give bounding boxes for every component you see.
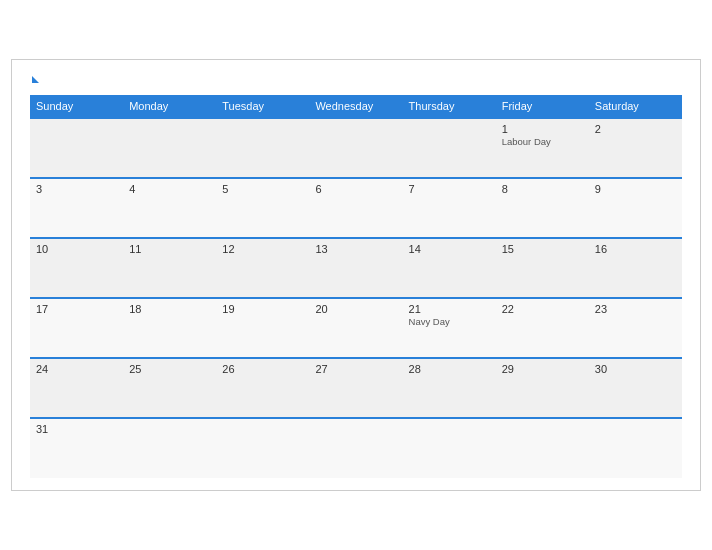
calendar-week-row: 24252627282930	[30, 358, 682, 418]
calendar-cell: 16	[589, 238, 682, 298]
calendar-cell: 10	[30, 238, 123, 298]
day-number: 26	[222, 363, 303, 375]
calendar-cell: 1Labour Day	[496, 118, 589, 178]
calendar-cell	[403, 118, 496, 178]
calendar-cell: 12	[216, 238, 309, 298]
weekday-header-row: SundayMondayTuesdayWednesdayThursdayFrid…	[30, 95, 682, 118]
holiday-name: Navy Day	[409, 316, 490, 327]
calendar-header	[30, 76, 682, 85]
calendar-cell: 21Navy Day	[403, 298, 496, 358]
day-number: 31	[36, 423, 117, 435]
day-number: 20	[315, 303, 396, 315]
calendar-cell	[589, 418, 682, 478]
calendar-cell: 27	[309, 358, 402, 418]
day-number: 25	[129, 363, 210, 375]
calendar-cell: 24	[30, 358, 123, 418]
calendar-cell: 22	[496, 298, 589, 358]
calendar-cell	[30, 118, 123, 178]
day-number: 16	[595, 243, 676, 255]
day-number: 30	[595, 363, 676, 375]
calendar-week-row: 31	[30, 418, 682, 478]
weekday-header-friday: Friday	[496, 95, 589, 118]
day-number: 7	[409, 183, 490, 195]
calendar-week-row: 3456789	[30, 178, 682, 238]
calendar-cell: 14	[403, 238, 496, 298]
calendar-cell: 25	[123, 358, 216, 418]
calendar-cell	[216, 418, 309, 478]
day-number: 2	[595, 123, 676, 135]
day-number: 14	[409, 243, 490, 255]
calendar-cell: 15	[496, 238, 589, 298]
day-number: 10	[36, 243, 117, 255]
calendar-cell: 28	[403, 358, 496, 418]
calendar-cell: 8	[496, 178, 589, 238]
day-number: 8	[502, 183, 583, 195]
calendar-cell: 13	[309, 238, 402, 298]
calendar-cell: 4	[123, 178, 216, 238]
calendar-week-row: 1Labour Day2	[30, 118, 682, 178]
day-number: 15	[502, 243, 583, 255]
weekday-header-sunday: Sunday	[30, 95, 123, 118]
calendar: SundayMondayTuesdayWednesdayThursdayFrid…	[11, 59, 701, 491]
calendar-cell: 6	[309, 178, 402, 238]
day-number: 5	[222, 183, 303, 195]
day-number: 11	[129, 243, 210, 255]
logo-blue-text	[30, 76, 39, 85]
calendar-cell	[309, 418, 402, 478]
calendar-cell: 20	[309, 298, 402, 358]
calendar-cell: 3	[30, 178, 123, 238]
calendar-cell: 17	[30, 298, 123, 358]
calendar-cell: 7	[403, 178, 496, 238]
day-number: 23	[595, 303, 676, 315]
calendar-week-row: 10111213141516	[30, 238, 682, 298]
weekday-header-saturday: Saturday	[589, 95, 682, 118]
calendar-cell: 23	[589, 298, 682, 358]
holiday-name: Labour Day	[502, 136, 583, 147]
calendar-week-row: 1718192021Navy Day2223	[30, 298, 682, 358]
calendar-cell	[496, 418, 589, 478]
weekday-header-thursday: Thursday	[403, 95, 496, 118]
day-number: 3	[36, 183, 117, 195]
logo	[30, 76, 39, 85]
day-number: 21	[409, 303, 490, 315]
calendar-cell: 29	[496, 358, 589, 418]
day-number: 22	[502, 303, 583, 315]
day-number: 6	[315, 183, 396, 195]
calendar-cell: 31	[30, 418, 123, 478]
calendar-cell	[216, 118, 309, 178]
weekday-header-monday: Monday	[123, 95, 216, 118]
weekday-header-tuesday: Tuesday	[216, 95, 309, 118]
calendar-cell: 18	[123, 298, 216, 358]
calendar-cell	[309, 118, 402, 178]
day-number: 18	[129, 303, 210, 315]
day-number: 9	[595, 183, 676, 195]
calendar-cell: 19	[216, 298, 309, 358]
day-number: 29	[502, 363, 583, 375]
calendar-cell: 26	[216, 358, 309, 418]
day-number: 28	[409, 363, 490, 375]
calendar-cell: 5	[216, 178, 309, 238]
day-number: 24	[36, 363, 117, 375]
calendar-cell: 9	[589, 178, 682, 238]
day-number: 27	[315, 363, 396, 375]
day-number: 4	[129, 183, 210, 195]
day-number: 1	[502, 123, 583, 135]
calendar-cell	[123, 118, 216, 178]
calendar-cell: 11	[123, 238, 216, 298]
day-number: 12	[222, 243, 303, 255]
calendar-table: SundayMondayTuesdayWednesdayThursdayFrid…	[30, 95, 682, 478]
day-number: 13	[315, 243, 396, 255]
calendar-cell: 30	[589, 358, 682, 418]
calendar-cell	[123, 418, 216, 478]
logo-triangle-icon	[32, 76, 39, 83]
weekday-header-wednesday: Wednesday	[309, 95, 402, 118]
calendar-cell	[403, 418, 496, 478]
calendar-cell: 2	[589, 118, 682, 178]
day-number: 17	[36, 303, 117, 315]
day-number: 19	[222, 303, 303, 315]
